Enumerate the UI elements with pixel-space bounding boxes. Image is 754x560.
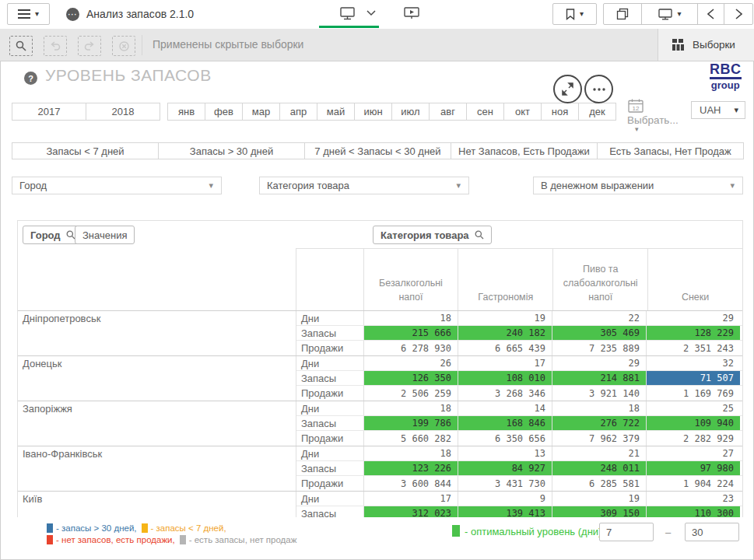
month-button[interactable]: май [317,103,355,121]
data-cell[interactable]: 305 469 [552,326,646,340]
selections-tool-button[interactable]: Выборки [658,29,754,61]
month-button[interactable]: июл [391,103,430,121]
row-dimension-button[interactable]: Город [23,226,83,244]
data-cell[interactable]: 9 [458,492,552,506]
dropdown-select[interactable]: Город▾ [12,177,222,194]
dropdown-select[interactable]: Категория товара▾ [259,177,469,194]
month-button[interactable]: апр [279,103,317,121]
measure-label[interactable]: Продажи [296,341,363,355]
optimal-to-input[interactable] [685,523,739,541]
data-cell[interactable]: 22 [552,311,646,325]
measure-label[interactable]: Запасы [296,416,363,430]
data-cell[interactable]: 6 350 656 [458,431,552,446]
data-cell[interactable]: 1 904 224 [646,476,740,491]
data-cell[interactable]: 3 268 346 [458,386,552,401]
data-cell[interactable]: 26 [363,356,458,370]
data-cell[interactable]: 5 660 282 [363,431,458,446]
data-cell[interactable]: 168 846 [458,416,552,430]
data-cell[interactable]: 17 [363,492,458,506]
measure-label[interactable]: Запасы [296,326,363,340]
row-header-city[interactable]: Івано-Франківськ [18,446,296,491]
selections-search-button[interactable] [9,36,33,56]
sheet-selector-button[interactable]: ▾ [642,4,697,24]
data-cell[interactable]: 312 023 [363,506,458,517]
data-cell[interactable]: 32 [646,356,740,370]
month-button[interactable]: сен [466,103,504,121]
calendar-choose-label[interactable]: Выбрать... [627,114,679,126]
help-icon[interactable]: ? [24,72,37,85]
data-cell[interactable]: 214 881 [552,371,646,385]
stock-filter-button[interactable]: Запасы > 30 дней [158,142,305,159]
fullscreen-button[interactable] [553,75,582,103]
clear-selections-button[interactable] [112,36,135,56]
row-header-city[interactable]: Дніпропетровськ [18,311,296,355]
data-cell[interactable]: 7 962 379 [552,431,646,446]
data-cell[interactable]: 84 927 [458,461,552,475]
data-cell[interactable]: 25 [646,401,740,415]
data-cell[interactable]: 139 413 [458,506,552,517]
data-cell[interactable]: 1 169 769 [646,386,740,401]
data-cell[interactable]: 18 [552,401,646,415]
data-cell[interactable]: 19 [552,492,646,506]
data-cell[interactable]: 29 [552,356,646,370]
data-cell[interactable]: 199 786 [363,416,458,430]
measure-label[interactable]: Дни [296,311,363,325]
month-button[interactable]: ноя [541,103,579,121]
app-icon[interactable]: ··· [66,8,79,21]
data-cell[interactable]: 3 600 844 [363,476,458,491]
data-cell[interactable]: 109 940 [646,416,740,430]
measure-label[interactable]: Продажи [296,386,363,401]
data-cell[interactable]: 97 980 [646,461,740,475]
data-cell[interactable]: 3 431 730 [458,476,552,491]
month-button[interactable]: окт [503,103,542,121]
data-cell[interactable]: 123 226 [363,461,458,475]
data-cell[interactable]: 29 [646,311,740,325]
measure-label[interactable]: Дни [296,401,363,415]
row-header-city[interactable]: Київ [18,492,296,517]
step-back-button[interactable] [44,36,67,56]
prev-sheet-button[interactable] [698,4,725,24]
presentation-icon[interactable] [404,7,419,20]
data-cell[interactable]: 14 [458,401,552,415]
next-sheet-button[interactable] [724,4,752,24]
values-button[interactable]: Значения [75,226,135,244]
data-cell[interactable]: 6 665 439 [458,341,552,355]
stock-filter-button[interactable]: 7 дней < Запасы < 30 дней [304,142,451,159]
measure-label[interactable]: Продажи [296,476,363,491]
column-dimension-button[interactable]: Категория товара [373,226,492,244]
data-cell[interactable]: 21 [552,446,646,460]
data-cell[interactable]: 276 722 [552,416,646,430]
column-header-cell[interactable]: Снеки [647,248,742,310]
row-header-city[interactable]: Донецьк [18,356,296,401]
data-cell[interactable]: 71 507 [646,371,740,385]
global-menu-button[interactable]: ▾ [7,3,50,25]
year-button[interactable]: 2017 [12,103,86,121]
measure-label[interactable]: Продажи [296,431,363,446]
data-cell[interactable]: 27 [646,446,740,460]
data-cell[interactable]: 3 921 140 [552,386,646,401]
month-button[interactable]: дек [578,103,616,121]
data-cell[interactable]: 128 229 [646,326,740,340]
column-header-cell[interactable]: Гастрономія [458,248,552,310]
data-cell[interactable]: 23 [646,492,740,506]
data-cell[interactable]: 2 506 259 [363,386,458,401]
data-cell[interactable]: 18 [363,311,458,325]
sheet-view-icon[interactable] [340,7,355,20]
row-header-city[interactable]: Запоріжжя [18,401,296,446]
more-options-button[interactable] [584,75,613,103]
data-cell[interactable]: 2 282 929 [646,431,740,446]
data-cell[interactable]: 309 150 [552,506,646,517]
measure-label[interactable]: Дни [296,492,363,506]
month-button[interactable]: янв [167,103,205,121]
chevron-down-icon[interactable]: ▾ [635,125,639,133]
duplicate-sheet-button[interactable] [604,4,642,24]
calendar-icon[interactable]: 12 [628,99,644,113]
stock-filter-button[interactable]: Запасы < 7 дней [12,142,159,159]
data-cell[interactable]: 110 300 [646,506,740,517]
data-cell[interactable]: 2 351 243 [646,341,740,355]
data-cell[interactable]: 248 011 [552,461,646,475]
month-button[interactable]: июн [354,103,392,121]
data-cell[interactable]: 215 666 [363,326,458,340]
month-button[interactable]: фев [205,103,243,121]
month-button[interactable]: мар [242,103,280,121]
